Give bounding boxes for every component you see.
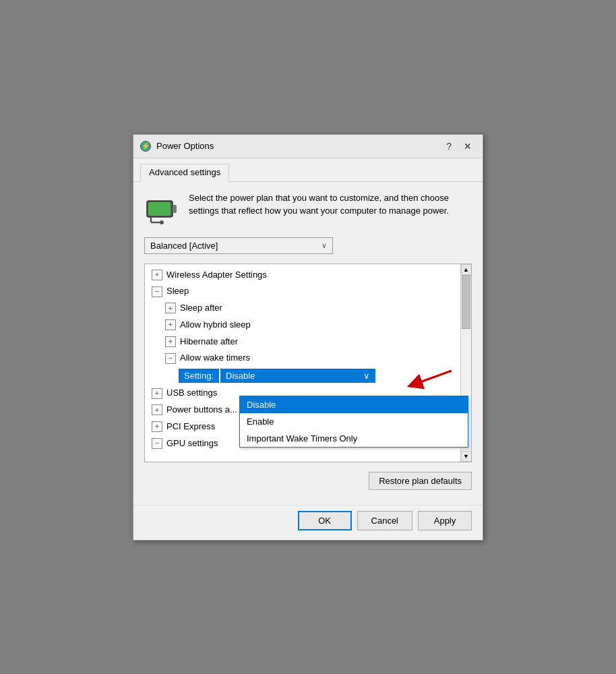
tree-label-hybrid-sleep: Allow hybrid sleep [180,318,251,332]
dialog-title: Power Options [156,141,214,151]
tree-label-wake-timers: Allow wake timers [180,351,250,365]
tab-area: Advanced settings [133,158,483,182]
plan-dropdown-arrow: ∨ [321,241,327,250]
setting-row: Setting: Disable ∨ [145,367,471,385]
power-icon: ⚡ [139,140,152,153]
setting-dropdown[interactable]: Disable ∨ [220,369,375,383]
advanced-settings-tab[interactable]: Advanced settings [140,164,229,182]
description-row: Select the power plan that you want to c… [144,191,472,226]
tree-item-hibernate[interactable]: + Hibernate after [145,334,471,350]
expander-wireless[interactable]: + [152,270,162,280]
option-disable[interactable]: Disable [240,396,468,413]
title-bar-left: ⚡ Power Options [139,140,214,153]
title-bar: ⚡ Power Options ? ✕ [133,135,483,158]
tree-item-hybrid-sleep[interactable]: + Allow hybrid sleep [145,317,471,334]
tree-label-pci: PCI Express [166,420,215,434]
title-bar-right: ? ✕ [442,139,477,154]
tree-label-hibernate: Hibernate after [180,335,238,349]
tree-item-wireless[interactable]: + Wireless Adapter Settings [145,267,471,284]
expander-pci[interactable]: + [152,421,162,432]
restore-defaults-button[interactable]: Restore plan defaults [369,472,472,490]
svg-text:⚡: ⚡ [142,142,150,150]
cancel-button[interactable]: Cancel [357,511,412,530]
restore-row: Restore plan defaults [144,472,472,490]
description-text: Select the power plan that you want to c… [189,191,472,218]
bottom-buttons: OK Cancel Apply [133,505,483,540]
scroll-up-button[interactable]: ▲ [461,264,472,275]
tree-label-sleep: Sleep [166,284,189,299]
scroll-down-button[interactable]: ▼ [461,451,472,462]
tree-label-wireless: Wireless Adapter Settings [166,268,267,282]
expander-hybrid-sleep[interactable]: + [165,319,176,330]
apply-button[interactable]: Apply [418,511,472,530]
tree-label-sleep-after: Sleep after [180,301,222,315]
ok-button[interactable]: OK [298,511,352,530]
plan-selector: Balanced [Active] ∨ [144,237,472,254]
plan-value: Balanced [Active] [150,241,218,251]
tree-item-wake-timers[interactable]: − Allow wake timers [145,350,471,367]
expander-sleep[interactable]: − [152,286,162,297]
tree-item-sleep-after[interactable]: + Sleep after [145,300,471,317]
svg-point-7 [160,220,164,224]
dropdown-options: Disable Enable Important Wake Timers Onl… [239,396,468,448]
svg-rect-3 [173,205,177,213]
expander-power-buttons[interactable]: + [152,404,162,415]
svg-rect-4 [148,202,171,216]
tree-label-gpu: GPU settings [166,437,218,451]
power-options-dialog: ⚡ Power Options ? ✕ Advanced settings [133,134,483,541]
close-button[interactable]: ✕ [458,139,477,154]
setting-dropdown-arrow: ∨ [363,371,370,381]
tree-container: + Wireless Adapter Settings − Sleep + Sl… [144,264,472,462]
expander-sleep-after[interactable]: + [165,303,176,313]
tree-inner: + Wireless Adapter Settings − Sleep + Sl… [145,264,471,462]
battery-icon [144,191,179,226]
setting-label: Setting: [179,369,219,383]
expander-usb[interactable]: + [152,388,162,399]
option-important-wake[interactable]: Important Wake Timers Only [240,430,468,447]
main-content: Select the power plan that you want to c… [133,182,483,505]
expander-hibernate[interactable]: + [165,336,176,347]
plan-dropdown[interactable]: Balanced [Active] ∨ [144,237,333,254]
help-button[interactable]: ? [442,140,456,153]
tree-item-sleep[interactable]: − Sleep [145,283,471,300]
tree-label-usb: USB settings [166,386,217,400]
expander-wake-timers[interactable]: − [165,353,176,364]
option-enable[interactable]: Enable [240,413,468,430]
expander-gpu[interactable]: − [152,438,162,449]
scroll-thumb[interactable] [462,275,470,329]
tree-label-power-buttons: Power buttons a... [166,403,237,417]
setting-value: Disable [226,371,255,381]
